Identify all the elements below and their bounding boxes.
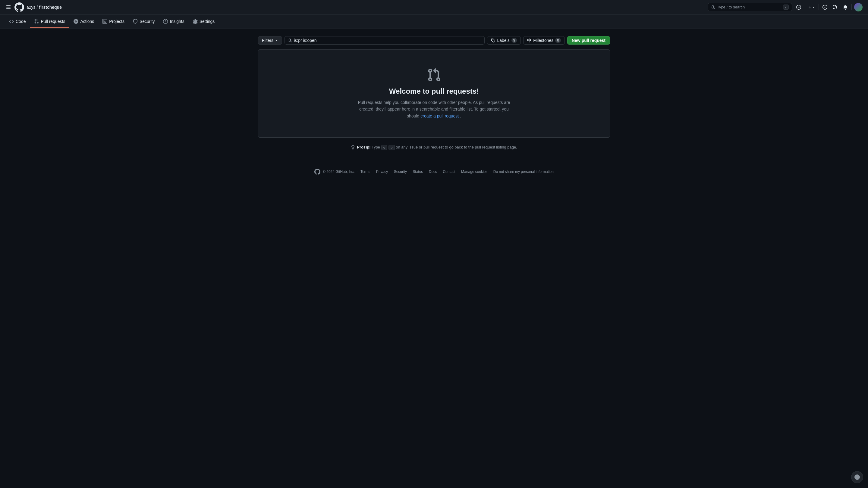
footer: © 2024 GitHub, Inc. · Terms · Privacy · … — [0, 157, 868, 182]
tab-security[interactable]: Security — [129, 15, 159, 28]
protip-key-p: p — [389, 145, 395, 150]
footer-copyright: © 2024 GitHub, Inc. — [323, 170, 355, 174]
filter-search-icon — [288, 38, 292, 42]
global-search-bar[interactable]: Type / to search / — [708, 3, 792, 11]
milestones-label: Milestones — [533, 38, 553, 43]
avatar — [854, 3, 863, 11]
milestone-icon — [527, 38, 531, 42]
filter-bar: Filters Labels 9 Milestones 0 New pull — [258, 36, 610, 44]
protip-suffix-text: on any issue or pull request to go back … — [396, 145, 517, 150]
create-pull-request-link[interactable]: create a pull request — [421, 113, 459, 119]
filters-dropdown-icon — [275, 39, 278, 42]
actions-icon — [73, 19, 79, 24]
tab-insights-label: Insights — [170, 19, 184, 24]
issues-button[interactable] — [821, 3, 829, 11]
plus-icon: + — [809, 5, 811, 10]
issues-icon — [823, 5, 827, 10]
tab-projects[interactable]: Projects — [98, 15, 129, 28]
nav-divider-1 — [805, 4, 805, 10]
projects-icon — [102, 19, 107, 24]
tab-pull-requests[interactable]: Pull requests — [30, 15, 69, 28]
footer-sep-2: · — [373, 170, 374, 174]
tab-pull-requests-label: Pull requests — [41, 19, 65, 24]
tab-actions[interactable]: Actions — [69, 15, 98, 28]
footer-logo — [314, 169, 320, 175]
filter-search-input[interactable] — [294, 38, 481, 43]
top-nav-right: + — [795, 2, 863, 12]
hamburger-button[interactable] — [5, 4, 12, 11]
label-icon — [491, 38, 495, 42]
labels-count: 9 — [512, 38, 517, 43]
security-icon — [133, 19, 138, 24]
footer-sep-4: · — [409, 170, 410, 174]
empty-state-title: Welcome to pull requests! — [270, 87, 598, 96]
new-pull-request-button[interactable]: New pull request — [567, 36, 610, 44]
breadcrumb-separator: / — [37, 5, 38, 10]
tab-code[interactable]: Code — [5, 15, 30, 28]
labels-label: Labels — [497, 38, 509, 43]
lightbulb-icon — [351, 145, 355, 150]
insights-icon — [163, 19, 168, 24]
org-link[interactable]: a2ys — [27, 5, 36, 10]
pull-request-icon — [833, 5, 838, 10]
pull-requests-nav-button[interactable] — [831, 3, 839, 11]
settings-icon — [193, 19, 198, 24]
protip-text: ProTip! Type g p on any issue or pull re… — [357, 145, 517, 150]
labels-button[interactable]: Labels 9 — [487, 36, 521, 44]
footer-contact[interactable]: Contact — [443, 170, 455, 174]
protip-label: ProTip! — [357, 145, 370, 150]
footer-manage-cookies[interactable]: Manage cookies — [461, 170, 487, 174]
empty-state-desc-end: . — [460, 113, 461, 119]
footer-sep-5: · — [425, 170, 426, 174]
milestones-button[interactable]: Milestones 0 — [523, 36, 565, 44]
footer-github-icon — [314, 169, 320, 175]
nav-divider-3 — [851, 4, 852, 10]
tab-settings-label: Settings — [199, 19, 215, 24]
footer-privacy[interactable]: Privacy — [376, 170, 388, 174]
github-logo-icon — [14, 2, 24, 12]
tab-security-label: Security — [140, 19, 155, 24]
github-logo[interactable] — [14, 2, 24, 12]
empty-state-description: Pull requests help you collaborate on co… — [352, 99, 516, 119]
footer-do-not-share[interactable]: Do not share my personal information — [493, 170, 554, 174]
tab-projects-label: Projects — [109, 19, 124, 24]
tab-actions-label: Actions — [80, 19, 94, 24]
repo-link[interactable]: firstcheque — [39, 5, 61, 10]
copilot-button[interactable] — [795, 3, 803, 11]
filters-button[interactable]: Filters — [258, 36, 282, 44]
breadcrumb: a2ys / firstcheque — [27, 5, 62, 10]
filter-search-bar[interactable] — [284, 36, 485, 44]
footer-status[interactable]: Status — [412, 170, 423, 174]
search-shortcut: / — [783, 4, 789, 10]
footer-sep-6: · — [439, 170, 440, 174]
new-item-button[interactable]: + — [807, 4, 817, 11]
footer-docs[interactable]: Docs — [429, 170, 437, 174]
tab-settings[interactable]: Settings — [189, 15, 219, 28]
search-placeholder: Type / to search — [717, 5, 745, 9]
pr-tab-icon — [34, 19, 39, 24]
tab-insights[interactable]: Insights — [159, 15, 188, 28]
dropdown-icon — [812, 6, 815, 9]
footer-sep-3: · — [390, 170, 391, 174]
footer-security[interactable]: Security — [394, 170, 407, 174]
tab-code-label: Code — [16, 19, 26, 24]
footer-sep-8: · — [490, 170, 491, 174]
milestones-count: 0 — [555, 38, 561, 43]
footer-sep-1: · — [357, 170, 358, 174]
repo-nav: Code Pull requests Actions Projects Secu… — [0, 14, 868, 29]
empty-state: Welcome to pull requests! Pull requests … — [258, 50, 610, 138]
notifications-button[interactable] — [841, 3, 849, 11]
copilot-icon — [796, 5, 801, 10]
empty-state-icon — [270, 68, 598, 82]
user-avatar-button[interactable] — [854, 2, 863, 12]
filters-label: Filters — [262, 38, 273, 43]
cookie-icon — [855, 475, 860, 480]
footer-terms[interactable]: Terms — [361, 170, 370, 174]
main-content: Filters Labels 9 Milestones 0 New pull — [253, 29, 615, 157]
nav-divider-2 — [818, 4, 819, 10]
notifications-icon — [843, 5, 848, 10]
footer-sep-7: · — [458, 170, 459, 174]
cookie-preferences-button[interactable] — [851, 471, 863, 483]
code-icon — [9, 19, 14, 24]
protip-key-g: g — [381, 145, 388, 150]
